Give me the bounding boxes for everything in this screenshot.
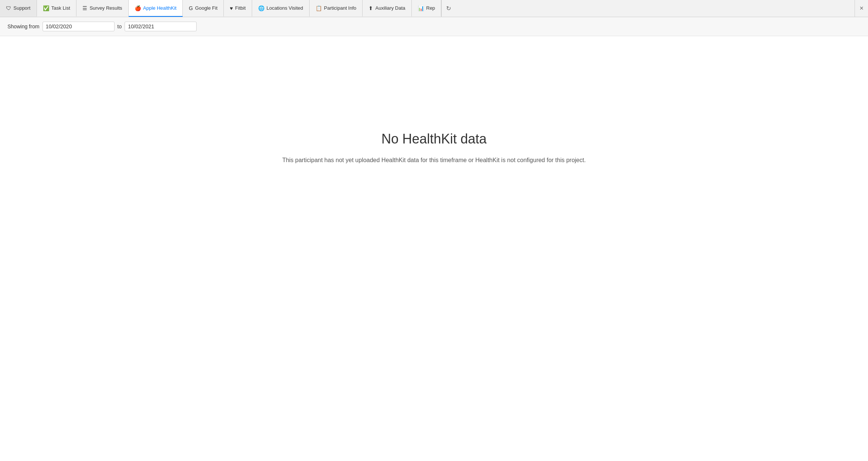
to-label: to [117, 23, 122, 29]
tab-apple-healthkit-label: Apple HealthKit [143, 5, 177, 11]
tab-survey-results[interactable]: ☰ Survey Results [76, 0, 128, 17]
locations-visited-icon: 🌐 [258, 5, 264, 11]
tab-google-fit[interactable]: G Google Fit [183, 0, 224, 17]
tab-locations-visited-label: Locations Visited [267, 5, 303, 11]
tab-locations-visited[interactable]: 🌐 Locations Visited [252, 0, 310, 17]
tab-support[interactable]: 🛡 Support [0, 0, 37, 17]
tab-fitbit-label: Fitbit [235, 5, 245, 11]
fitbit-icon: ♥ [230, 5, 233, 11]
from-date-input[interactable] [43, 22, 115, 31]
refresh-button[interactable]: ↻ [441, 0, 455, 17]
empty-state-title: No HealthKit data [381, 131, 486, 147]
main-content: No HealthKit data This participant has n… [0, 36, 868, 260]
google-fit-icon: G [189, 5, 193, 11]
tab-auxiliary-data-label: Auxiliary Data [375, 5, 405, 11]
date-range-bar: Showing from to [0, 17, 868, 36]
auxiliary-data-icon: ⬆ [369, 5, 373, 11]
close-icon: × [859, 4, 864, 12]
showing-from-label: Showing from [7, 23, 40, 29]
tab-bar: 🛡 Support ✅ Task List ☰ Survey Results 🍎… [0, 0, 868, 17]
apple-healthkit-icon: 🍎 [135, 5, 141, 11]
tab-rep-label: Rep [426, 5, 435, 11]
tab-apple-healthkit[interactable]: 🍎 Apple HealthKit [129, 0, 183, 17]
to-date-input[interactable] [125, 22, 197, 31]
task-list-icon: ✅ [43, 5, 49, 11]
tab-participant-info-label: Participant Info [324, 5, 357, 11]
tab-support-label: Support [13, 5, 31, 11]
participant-info-icon: 📋 [316, 5, 322, 11]
tab-survey-results-label: Survey Results [90, 5, 122, 11]
survey-results-icon: ☰ [82, 5, 87, 11]
support-icon: 🛡 [6, 5, 11, 11]
tab-google-fit-label: Google Fit [195, 5, 217, 11]
rep-icon: 📊 [418, 5, 424, 11]
tab-fitbit[interactable]: ♥ Fitbit [224, 0, 252, 17]
tab-task-list-label: Task List [51, 5, 70, 11]
empty-state-description: This participant has not yet uploaded He… [282, 156, 586, 165]
tab-auxiliary-data[interactable]: ⬆ Auxiliary Data [363, 0, 411, 17]
tab-rep[interactable]: 📊 Rep [412, 0, 442, 17]
tab-participant-info[interactable]: 📋 Participant Info [310, 0, 363, 17]
refresh-icon: ↻ [446, 5, 451, 12]
close-button[interactable]: × [855, 0, 868, 17]
tab-task-list[interactable]: ✅ Task List [37, 0, 77, 17]
